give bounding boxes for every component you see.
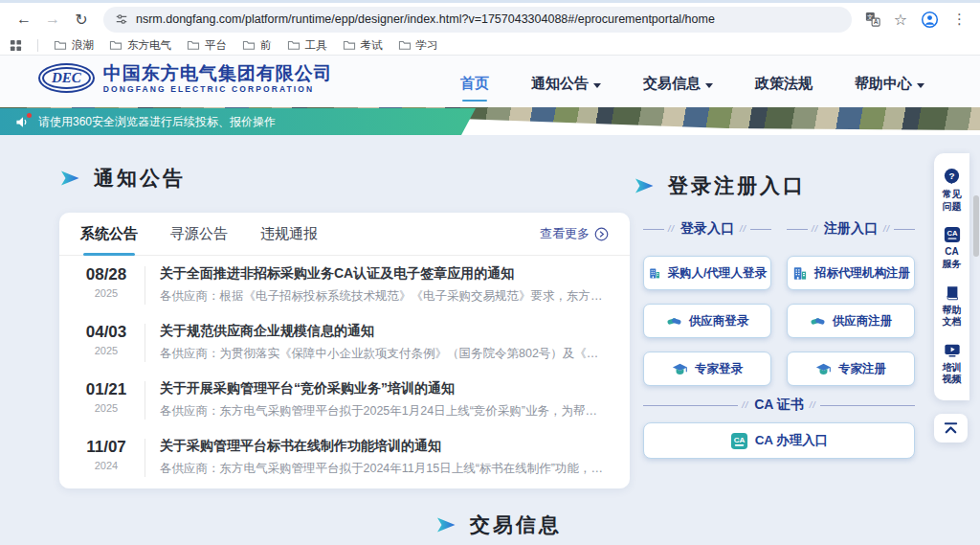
back-to-top-button[interactable] <box>934 414 968 443</box>
section-arrow-icon <box>435 516 457 534</box>
view-more-link[interactable]: 查看更多 <box>540 225 609 242</box>
notice-desc: 各供应商：根据《电子招标投标系统技术规范》《电子采购交易规范》要求，东方电气采购… <box>160 288 609 305</box>
bookmark-folder[interactable]: 浪潮 <box>54 38 94 53</box>
nav-item-help-center[interactable]: 帮助中心 <box>855 75 924 93</box>
folder-icon <box>398 39 412 51</box>
company-name-cn: 中国东方电气集团有限公司 <box>103 63 333 84</box>
folder-icon <box>54 39 67 51</box>
url-text: nsrm.dongfang.com/platform/runtime/epp/d… <box>136 12 715 26</box>
question-icon: ? <box>943 168 961 186</box>
bookmark-folder[interactable]: 前 <box>242 38 272 53</box>
supplier-register-button[interactable]: 供应商注册 <box>787 304 915 338</box>
ca-icon: CA <box>944 226 961 243</box>
sidebar-item-help-docs[interactable]: 帮助文档 <box>943 284 962 329</box>
back-button[interactable]: ← <box>11 7 36 32</box>
menu-icon[interactable]: ⋮ <box>952 11 967 28</box>
notice-desc: 各供应商：东方电气采购管理平台拟于2025年1月24日上线“竞价采购”业务，为帮… <box>160 403 609 420</box>
building-icon <box>791 265 808 282</box>
sidebar-item-training-videos[interactable]: 培训视频 <box>943 342 962 386</box>
ca-apply-button[interactable]: CA CA 办理入口 <box>643 422 915 459</box>
divider <box>145 381 145 420</box>
folder-icon <box>242 39 256 51</box>
forward-button[interactable]: → <box>40 7 65 32</box>
notice-row[interactable]: 04/03 2025 关于规范供应商企业规模信息的通知 各供应商：为贯彻落实《保… <box>59 313 630 371</box>
chevron-down-icon <box>705 83 713 88</box>
register-entry-header: // 注册入口 // <box>787 220 915 238</box>
notice-title[interactable]: 关于采购管理平台标书在线制作功能培训的通知 <box>160 438 609 455</box>
section-title: 交易信息 <box>470 511 562 538</box>
sidebar-item-ca-service[interactable]: CA CA服务 <box>943 226 962 270</box>
main-nav: 首页 通知公告 交易信息 政策法规 帮助中心 <box>460 75 924 93</box>
folder-icon <box>187 39 200 51</box>
company-logo[interactable]: DEC 中国东方电气集团有限公司 DONGFANG ELECTRIC CORPO… <box>38 63 333 94</box>
chevron-down-icon <box>593 83 601 88</box>
speaker-icon <box>15 115 30 129</box>
notices-card: 系统公告 寻源公告 违规通报 查看更多 08/28 2025 <box>59 213 630 488</box>
company-name-en: DONGFANG ELECTRIC CORPORATION <box>103 84 333 94</box>
login-column: // 登录入口 // 采购人/代理人登录 <box>643 220 771 386</box>
dec-logo-icon: DEC <box>38 63 95 93</box>
profile-icon[interactable] <box>921 11 939 29</box>
page-content: 通知公告 系统公告 寻源公告 违规通报 查看更多 08/28 2025 <box>0 135 980 545</box>
svg-text:?: ? <box>948 170 954 181</box>
bidding-agency-register-button[interactable]: 招标代理机构注册 <box>787 256 915 290</box>
supplier-login-button[interactable]: 供应商登录 <box>643 304 771 338</box>
svg-text:CA: CA <box>947 230 958 238</box>
notices-tabs: 系统公告 寻源公告 违规通报 查看更多 <box>59 213 630 256</box>
bookmark-folder[interactable]: 平台 <box>187 38 227 53</box>
ca-icon: CA <box>730 432 748 450</box>
translate-icon[interactable]: 文 A <box>865 11 880 27</box>
sidebar-item-faq[interactable]: ? 常见问题 <box>943 168 962 213</box>
reload-button[interactable]: ↻ <box>69 7 94 32</box>
graduation-cap-icon <box>672 361 688 377</box>
notice-title[interactable]: 关于规范供应商企业规模信息的通知 <box>160 323 609 340</box>
graduation-cap-icon <box>815 361 832 377</box>
notice-date: 11/07 2024 <box>80 438 132 471</box>
site-settings-icon[interactable] <box>115 12 128 26</box>
login-entry-header: // 登录入口 // <box>643 220 771 238</box>
notices-section-header: 通知公告 <box>59 165 186 192</box>
building-icon <box>648 265 661 282</box>
bookmark-star-icon[interactable]: ☆ <box>894 11 907 29</box>
folder-icon <box>109 39 122 51</box>
ca-header: // CA 证书 // <box>643 397 915 414</box>
notice-title[interactable]: 关于开展采购管理平台“竞价采购业务”培训的通知 <box>160 380 609 397</box>
address-bar[interactable]: nsrm.dongfang.com/platform/runtime/epp/d… <box>103 7 852 33</box>
folder-icon <box>287 39 301 51</box>
alert-dot <box>27 113 32 118</box>
nav-item-policies[interactable]: 政策法规 <box>755 75 813 93</box>
divider <box>145 439 145 477</box>
ticker-text: 请使用360安全浏览器进行后续投标、报价操作 <box>38 114 276 130</box>
document-icon <box>944 284 961 302</box>
quick-links-sidebar: ? 常见问题 CA CA服务 帮助文档 <box>934 153 969 400</box>
buyer-agent-login-button[interactable]: 采购人/代理人登录 <box>643 256 771 290</box>
notice-row[interactable]: 08/28 2025 关于全面推进非招标采购业务CA认证及电子签章应用的通知 各… <box>59 256 630 313</box>
tab-violation-reports[interactable]: 违规通报 <box>260 225 318 243</box>
video-icon <box>944 342 961 359</box>
section-arrow-icon <box>634 177 655 194</box>
bookmark-folder[interactable]: 学习 <box>398 38 438 53</box>
tab-sourcing-notices[interactable]: 寻源公告 <box>170 225 228 243</box>
notice-row[interactable]: 11/07 2024 关于采购管理平台标书在线制作功能培训的通知 各供应商：东方… <box>59 428 630 486</box>
section-title: 登录注册入口 <box>668 172 806 199</box>
tab-system-notices[interactable]: 系统公告 <box>80 225 138 243</box>
login-section-header: 登录注册入口 <box>634 172 806 199</box>
nav-item-home[interactable]: 首页 <box>460 75 489 93</box>
notice-date: 08/28 2025 <box>80 265 132 299</box>
bookmark-folder[interactable]: 东方电气 <box>109 38 171 53</box>
ca-certificate-block: // CA 证书 // CA CA 办理入口 <box>643 397 915 459</box>
bookmark-folder[interactable]: 考试 <box>343 38 383 53</box>
bookmarks-divider <box>37 39 38 52</box>
notice-row[interactable]: 01/21 2025 关于开展采购管理平台“竞价采购业务”培训的通知 各供应商：… <box>59 371 630 428</box>
browser-window: ← → ↻ nsrm.dongfang.com/platform/runtime… <box>0 0 980 545</box>
apps-grid-icon[interactable] <box>10 39 22 52</box>
bookmark-folder[interactable]: 工具 <box>287 38 327 53</box>
circle-arrow-icon <box>594 227 609 241</box>
notice-title[interactable]: 关于全面推进非招标采购业务CA认证及电子签章应用的通知 <box>160 265 609 283</box>
expert-register-button[interactable]: 专家注册 <box>787 352 915 386</box>
nav-item-notices[interactable]: 通知公告 <box>531 75 601 93</box>
notice-ticker: 请使用360安全浏览器进行后续投标、报价操作 <box>0 108 476 135</box>
scrollbar-thumb[interactable] <box>973 195 979 257</box>
expert-login-button[interactable]: 专家登录 <box>643 352 771 386</box>
nav-item-trade-info[interactable]: 交易信息 <box>643 75 713 93</box>
